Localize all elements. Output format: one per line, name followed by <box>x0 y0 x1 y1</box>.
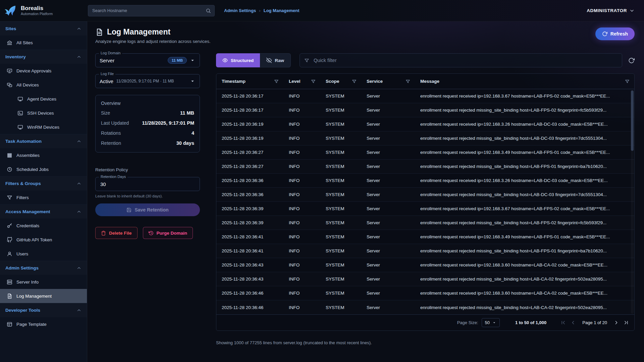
sidebar-section-inventory[interactable]: Inventory <box>0 50 87 64</box>
search-input[interactable] <box>92 8 206 13</box>
view-toggle-structured[interactable]: Structured <box>216 53 260 67</box>
user-label: ADMINISTRATOR <box>587 8 627 13</box>
brand[interactable]: Borealis Automation Platform <box>0 4 87 17</box>
page-size-select[interactable]: 50 <box>482 318 500 327</box>
table-row[interactable]: 2025-11-28 20:36:46INFOSYSTEMServerenrol… <box>216 286 634 300</box>
github-icon <box>7 237 12 243</box>
refresh-button[interactable]: Refresh <box>595 27 635 40</box>
save-retention-button[interactable]: Save Retention <box>95 203 200 216</box>
table-refresh-button[interactable] <box>628 57 635 64</box>
sidebar-item-agent-devices[interactable]: Agent Devices <box>0 92 87 106</box>
app-root: Borealis Automation Platform Admin Setti… <box>0 0 644 362</box>
table-row[interactable]: 2025-11-28 20:36:17INFOSYSTEMServerenrol… <box>216 89 634 103</box>
sidebar-section-developer-tools[interactable]: Developer Tools <box>0 303 87 317</box>
filter-icon[interactable] <box>352 79 357 84</box>
filter-icon[interactable] <box>625 79 630 84</box>
sidebar-item-users[interactable]: Users <box>0 247 87 261</box>
cell-timestamp: 2025-11-28 20:36:43 <box>216 262 283 267</box>
cell-timestamp: 2025-11-28 20:36:46 <box>216 305 283 310</box>
first-page-button[interactable] <box>560 320 566 325</box>
sidebar-item-filters[interactable]: Filters <box>0 190 87 204</box>
delete-file-label: Delete File <box>109 231 132 236</box>
cell-scope: SYSTEM <box>320 192 361 197</box>
cell-level: INFO <box>283 291 320 296</box>
log-icon <box>95 28 103 36</box>
sidebar-item-page-template[interactable]: Page Template <box>0 317 87 331</box>
log-domain-value: Server <box>100 58 114 63</box>
log-domain-select[interactable]: Log Domain Server 11 MB <box>95 53 200 67</box>
sidebar-item-all-sites[interactable]: All Sites <box>0 36 87 50</box>
sidebar-section-task-automation[interactable]: Task Automation <box>0 134 87 148</box>
sidebar-item-scheduled-jobs[interactable]: Scheduled Jobs <box>0 162 87 176</box>
sidebar-section-sites[interactable]: Sites <box>0 21 87 36</box>
chevron-up-icon <box>76 308 82 313</box>
eye-off-icon <box>266 58 272 63</box>
cell-message: enrollment request rejected missing_site… <box>415 164 634 169</box>
delete-file-button[interactable]: Delete File <box>95 227 138 239</box>
sidebar-item-github-api-token[interactable]: GitHub API Token <box>0 233 87 247</box>
retention-days-input[interactable] <box>100 181 196 187</box>
next-page-button[interactable] <box>613 320 619 325</box>
table-row[interactable]: 2025-11-28 20:36:46INFOSYSTEMServerenrol… <box>216 300 634 314</box>
sidebar-section-access-management[interactable]: Access Management <box>0 204 87 219</box>
sidebar-item-device-approvals[interactable]: Device Approvals <box>0 64 87 78</box>
filter-icon[interactable] <box>274 79 279 84</box>
table-row[interactable]: 2025-11-28 20:36:39INFOSYSTEMServerenrol… <box>216 216 634 230</box>
sidebar-item-all-devices[interactable]: All Devices <box>0 78 87 92</box>
sidebar-item-server-info[interactable]: Server Info <box>0 275 87 289</box>
table-row[interactable]: 2025-11-28 20:36:19INFOSYSTEMServerenrol… <box>216 117 634 131</box>
cell-message: enrollment request rejected missing_site… <box>415 305 634 310</box>
borealis-logo-icon <box>4 4 17 17</box>
cell-scope: SYSTEM <box>320 305 361 310</box>
purge-domain-button[interactable]: Purge Domain <box>143 227 193 239</box>
sidebar-section-admin-settings[interactable]: Admin Settings <box>0 261 87 275</box>
table-row[interactable]: 2025-11-28 20:36:39INFOSYSTEMServerenrol… <box>216 202 634 216</box>
sidebar-item-log-management[interactable]: Log Management <box>0 289 87 303</box>
table-row[interactable]: 2025-11-28 20:36:43INFOSYSTEMServerenrol… <box>216 272 634 286</box>
hostname-search[interactable] <box>88 5 215 16</box>
overview-row: Size11 MB <box>101 108 194 118</box>
table-row[interactable]: 2025-11-28 20:36:17INFOSYSTEMServerenrol… <box>216 103 634 117</box>
cell-timestamp: 2025-11-28 20:36:39 <box>216 220 283 225</box>
prev-page-button[interactable] <box>570 320 576 325</box>
scrollbar[interactable] <box>631 90 634 314</box>
sidebar-item-assemblies[interactable]: Assemblies <box>0 148 87 162</box>
pager: Page 1 of 20 <box>560 320 629 325</box>
sidebar-item-ssh-devices[interactable]: SSH Devices <box>0 106 87 120</box>
overview-row: Retention30 days <box>101 138 194 148</box>
pagination: Page Size: 50 1 to 50 of 1,000 Page 1 of… <box>216 314 634 330</box>
bank-icon <box>7 40 12 46</box>
breadcrumb-item-admin-settings[interactable]: Admin Settings <box>224 8 256 13</box>
table-row[interactable]: 2025-11-28 20:36:27INFOSYSTEMServerenrol… <box>216 145 634 160</box>
table-row[interactable]: 2025-11-28 20:36:36INFOSYSTEMServerenrol… <box>216 188 634 202</box>
table-row[interactable]: 2025-11-28 20:36:43INFOSYSTEMServerenrol… <box>216 258 634 272</box>
table-row[interactable]: 2025-11-28 20:36:36INFOSYSTEMServerenrol… <box>216 174 634 188</box>
cell-message: enrollment request received ip=192.168.3… <box>415 291 634 296</box>
cell-timestamp: 2025-11-28 20:36:36 <box>216 192 283 197</box>
table-row[interactable]: 2025-11-28 20:36:27INFOSYSTEMServerenrol… <box>216 160 634 174</box>
cell-service: Server <box>361 150 415 155</box>
quick-filter[interactable] <box>300 53 622 67</box>
log-file-select[interactable]: Log File Active 11/28/2025, 9:17:01 PM ·… <box>95 74 200 88</box>
quick-filter-input[interactable] <box>313 57 618 63</box>
user-menu-button[interactable]: ADMINISTRATOR <box>587 8 635 13</box>
cell-service: Server <box>361 94 415 99</box>
chevron-up-icon <box>76 54 82 59</box>
sidebar-item-winrm-devices[interactable]: WinRM Devices <box>0 120 87 134</box>
cell-scope: SYSTEM <box>320 122 361 127</box>
cell-scope: SYSTEM <box>320 262 361 267</box>
cell-message: enrollment request received ip=192.168.3… <box>415 94 634 99</box>
table-row[interactable]: 2025-11-28 20:36:41INFOSYSTEMServerenrol… <box>216 244 634 258</box>
scrollbar-thumb[interactable] <box>631 90 634 151</box>
table-row[interactable]: 2025-11-28 20:36:41INFOSYSTEMServerenrol… <box>216 230 634 244</box>
view-toggle-raw[interactable]: Raw <box>260 53 291 67</box>
table-row[interactable]: 2025-11-28 20:36:19INFOSYSTEMServerenrol… <box>216 131 634 145</box>
sidebar-item-credentials[interactable]: Credentials <box>0 219 87 233</box>
sidebar-section-filters-groups[interactable]: Filters & Groups <box>0 176 87 190</box>
cell-timestamp: 2025-11-28 20:36:19 <box>216 136 283 141</box>
breadcrumb-item-log-management[interactable]: Log Management <box>264 8 300 13</box>
filter-icon[interactable] <box>311 79 316 84</box>
filter-icon[interactable] <box>406 79 410 84</box>
retention-days-field[interactable]: Retention Days <box>95 177 200 191</box>
last-page-button[interactable] <box>623 320 629 325</box>
